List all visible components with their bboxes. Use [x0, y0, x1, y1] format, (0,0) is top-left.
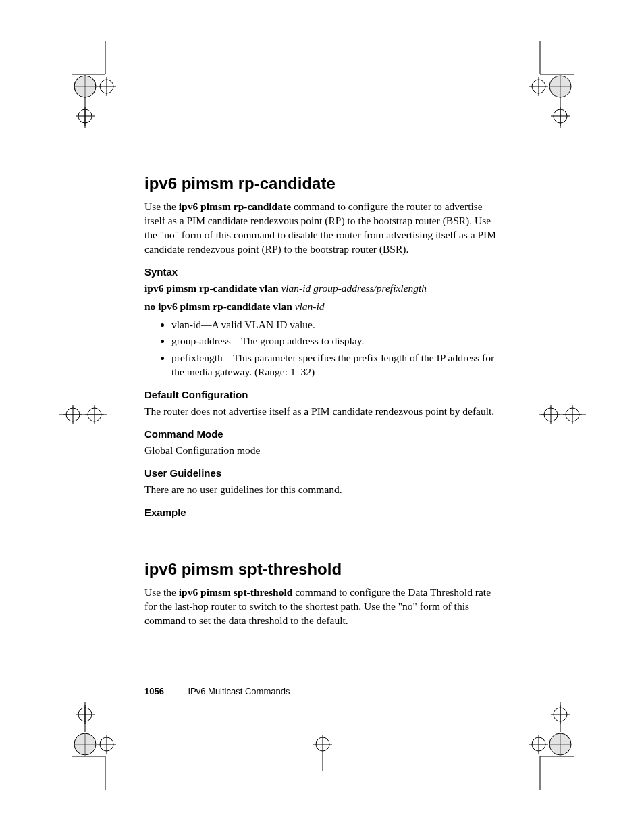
intro2-bold: ipv6 pimsm spt-threshold: [179, 586, 293, 598]
svg-point-44: [78, 708, 92, 721]
intro-bold: ipv6 pimsm rp-candidate: [179, 201, 291, 212]
svg-point-29: [88, 408, 101, 421]
svg-point-2: [74, 76, 96, 97]
svg-point-26: [66, 408, 80, 421]
svg-point-9: [78, 109, 92, 123]
crop-mark-icon: [59, 401, 107, 428]
svg-point-47: [74, 733, 96, 755]
footer-separator: [176, 687, 176, 696]
syntax1-bold: ipv6 pimsm rp-candidate vlan: [144, 282, 281, 294]
svg-point-62: [532, 737, 545, 751]
user-guidelines-text: There are no user guidelines for this co…: [144, 483, 500, 497]
svg-point-59: [549, 733, 571, 755]
syntax-line-2: no ipv6 pimsm rp-candidate vlan vlan-id: [144, 300, 500, 314]
example-heading: Example: [144, 506, 500, 518]
syntax-line-1: ipv6 pimsm rp-candidate vlan vlan-id gro…: [144, 282, 500, 296]
crop-mark-icon: [520, 41, 581, 128]
default-config-text: The router does not advertise itself as …: [144, 405, 500, 419]
page-number: 1056: [144, 686, 164, 696]
svg-point-15: [549, 76, 571, 97]
svg-point-50: [100, 737, 113, 751]
svg-point-39: [316, 737, 329, 751]
crop-mark-icon: [520, 702, 581, 790]
command-mode-text: Global Configuration mode: [144, 444, 500, 458]
svg-point-56: [554, 708, 567, 721]
svg-point-3: [74, 76, 96, 97]
parameter-list: vlan-id—A valid VLAN ID value. group-add…: [144, 318, 500, 380]
intro-paragraph-2: Use the ipv6 pimsm spt-threshold command…: [144, 585, 500, 628]
default-config-heading: Default Configuration: [144, 389, 500, 400]
list-item: vlan-id—A valid VLAN ID value.: [171, 318, 500, 332]
page-content: ipv6 pimsm rp-candidate Use the ipv6 pim…: [144, 174, 500, 637]
syntax-heading: Syntax: [144, 266, 500, 278]
command-title: ipv6 pimsm rp-candidate: [144, 174, 500, 193]
svg-point-21: [554, 109, 567, 123]
crop-mark-icon: [302, 731, 343, 771]
command-mode-heading: Command Mode: [144, 428, 500, 440]
svg-point-36: [566, 408, 579, 421]
user-guidelines-heading: User Guidelines: [144, 467, 500, 479]
footer-text: IPv6 Multicast Commands: [188, 686, 290, 696]
svg-point-18: [532, 80, 545, 93]
svg-point-33: [544, 408, 558, 421]
list-item: prefixlength—This parameter specifies th…: [171, 351, 500, 380]
page-footer: 1056 IPv6 Multicast Commands: [144, 686, 290, 697]
crop-mark-icon: [65, 41, 126, 128]
syntax2-bold: no ipv6 pimsm rp-candidate vlan: [144, 301, 295, 312]
intro2-pre: Use the: [144, 586, 179, 598]
intro-paragraph: Use the ipv6 pimsm rp-candidate command …: [144, 200, 500, 257]
section-2: ipv6 pimsm spt-threshold Use the ipv6 pi…: [144, 560, 500, 628]
crop-mark-icon: [65, 702, 126, 790]
list-item: group-address—The group address to displ…: [171, 334, 500, 348]
syntax2-italic: vlan-id: [295, 301, 325, 312]
command-title-2: ipv6 pimsm spt-threshold: [144, 560, 500, 579]
intro-pre: Use the: [144, 201, 179, 212]
syntax1-italic: vlan-id group-address/prefixlength: [281, 282, 427, 294]
svg-point-6: [100, 80, 113, 93]
crop-mark-icon: [539, 401, 586, 428]
